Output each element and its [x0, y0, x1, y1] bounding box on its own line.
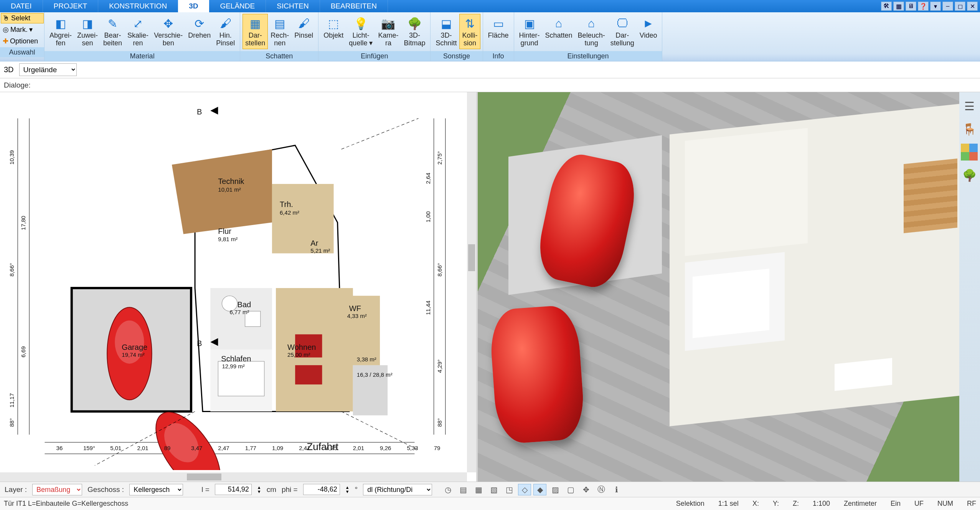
clock-icon[interactable]: ◷ [441, 484, 454, 495]
ribbon-label: 3D- Schnitt [436, 32, 457, 47]
ribbon-schatten-button[interactable]: ⌂Schatten [543, 14, 575, 41]
furniture-icon[interactable]: 🪑 [961, 121, 978, 137]
menu-konstruktion[interactable]: KONSTRUKTION [98, 0, 178, 12]
3d-icon: 🌳 [407, 16, 422, 31]
l-unit: cm [267, 485, 276, 494]
cube-icon[interactable]: ◳ [503, 484, 516, 495]
svg-text:19,74 m²: 19,74 m² [122, 351, 144, 358]
phi-input[interactable] [303, 484, 340, 495]
target-icon: ◎ [3, 25, 9, 34]
plan-vscroll[interactable] [467, 92, 476, 472]
ribbon-label: Fläche [488, 32, 509, 40]
3d-icon: ⬓ [439, 16, 454, 31]
svg-text:B: B [197, 108, 202, 116]
pan-icon[interactable]: ✥ [579, 484, 592, 495]
ribbon-label: Skalie- ren [127, 32, 148, 47]
ribbon-video-button[interactable]: ►Video [637, 14, 660, 41]
info-icon[interactable]: ℹ [610, 484, 623, 495]
minimize-icon[interactable]: – [942, 2, 953, 11]
status-selektion: Selektion [676, 500, 704, 508]
svg-text:1,09: 1,09 [272, 445, 283, 451]
layer-combobox[interactable]: Bemaßung [32, 484, 82, 495]
maximize-icon[interactable]: ◻ [955, 2, 965, 11]
svg-text:79: 79 [434, 445, 441, 451]
ribbon-kamera-button[interactable]: 📷Kame- ra [375, 14, 401, 49]
grid-icon[interactable]: ▦ [472, 484, 485, 495]
svg-marker-24 [210, 107, 218, 114]
ribbon-drehen-button[interactable]: ⟳Drehen [185, 14, 213, 41]
svg-text:9,81 m²: 9,81 m² [218, 236, 238, 242]
layers-toggle-icon[interactable]: ▤ [457, 484, 470, 495]
context-bar: 3D Urgelände [0, 61, 980, 78]
view-3d-pane[interactable]: ☰ 🪑 🌳 [478, 92, 980, 482]
ortho-icon[interactable]: ◇ [518, 484, 531, 495]
ribbon-label: Schatten [545, 32, 572, 40]
ribbon-lichtquelle-button[interactable]: 💡Licht- quelle ▾ [346, 14, 375, 49]
ribbon-pinsel-button[interactable]: 🖌Pinsel [292, 14, 316, 41]
svg-text:6,42 m²: 6,42 m² [280, 209, 299, 216]
menu-datei[interactable]: DATEI [0, 0, 43, 12]
north-icon[interactable]: Ⓝ [595, 484, 608, 495]
ribbon-darstellung-button[interactable]: 🖵Dar- stellung [608, 14, 637, 49]
ribbon-darstellen-button[interactable]: ▦Dar- stellen [243, 14, 268, 49]
ribbon-hinpinsel-button[interactable]: 🖌Hin. Pinsel [213, 14, 238, 49]
plan-hscroll[interactable] [0, 472, 467, 482]
svg-text:11,17: 11,17 [8, 393, 15, 408]
persp-icon[interactable]: ◆ [533, 484, 546, 495]
zuwei-icon: ◨ [80, 16, 95, 31]
ribbon-flche-button[interactable]: ▭Fläche [485, 14, 511, 41]
ribbon-verschieben-button[interactable]: ✥Verschie- ben [151, 14, 185, 49]
dl-combobox[interactable]: dl (Richtung/Di [363, 484, 432, 495]
mark-mode[interactable]: ◎Mark.▾ [1, 24, 44, 35]
l-input[interactable] [215, 484, 252, 495]
ribbon-objekt-button[interactable]: ⬚Objekt [321, 14, 346, 41]
menu-gelaende[interactable]: GELÄNDE [209, 0, 266, 12]
options-mode[interactable]: ✚Optionen [1, 36, 44, 46]
geschoss-combobox[interactable]: Kellergesch [129, 484, 183, 495]
ribbon-beleuchtung-button[interactable]: ⌂Beleuch- tung [575, 14, 608, 49]
svg-text:5,01: 5,01 [110, 445, 121, 451]
svg-text:2,47: 2,47 [218, 445, 229, 451]
svg-text:88°: 88° [8, 418, 15, 427]
wire-icon[interactable]: ▢ [564, 484, 577, 495]
hinter-icon: ▣ [522, 16, 537, 31]
ribbon-zuweisen-button[interactable]: ◨Zuwei- sen [74, 14, 101, 49]
layer-select[interactable]: Urgelände [19, 63, 77, 76]
group-einstellungen: Einstellungen [514, 51, 662, 61]
snap-icon[interactable]: ▧ [487, 484, 500, 495]
swatch-icon[interactable] [961, 144, 978, 161]
svg-text:WF: WF [349, 304, 361, 313]
tree-icon[interactable]: 🌳 [961, 167, 978, 184]
svg-text:8,66°: 8,66° [436, 263, 443, 277]
layers-icon[interactable]: ☰ [961, 98, 978, 114]
ribbon-dschnitt-button[interactable]: ⬓3D- Schnitt [433, 14, 459, 49]
screen-icon[interactable]: 🖥 [906, 2, 916, 11]
svg-text:36: 36 [56, 445, 63, 451]
ribbon-bearbeiten-button[interactable]: ✎Bear- beiten [101, 14, 125, 49]
dropdown-icon[interactable]: ▾ [930, 2, 941, 11]
status-x: X: [752, 500, 759, 508]
help-icon[interactable]: ❓ [918, 2, 929, 11]
select-mode[interactable]: 🖱Selekt [1, 13, 44, 23]
tool-icon[interactable]: 🛠 [881, 2, 892, 11]
group-info: Info [483, 51, 514, 61]
svg-text:Ar: Ar [310, 239, 318, 247]
ribbon-rechnen-button[interactable]: ▤Rech- nen [268, 14, 292, 49]
shade-icon[interactable]: ▨ [549, 484, 562, 495]
skalie-icon: ⤢ [130, 16, 146, 31]
phi-label: phi = [282, 485, 298, 494]
box-icon[interactable]: ▦ [893, 2, 904, 11]
menu-3d[interactable]: 3D [178, 0, 209, 12]
menu-sichten[interactable]: SICHTEN [266, 0, 320, 12]
ribbon-skalieren-button[interactable]: ⤢Skalie- ren [125, 14, 151, 49]
geschoss-label: Geschoss : [87, 485, 124, 494]
ribbon-dbitmap-button[interactable]: 🌳3D- Bitmap [401, 14, 428, 49]
plan-2d-pane[interactable]: Technik 10,01 m² Trh. 6,42 m² Flur 9,81 … [0, 92, 478, 482]
ribbon-hintergrund-button[interactable]: ▣Hinter- grund [516, 14, 543, 49]
menu-projekt[interactable]: PROJEKT [43, 0, 99, 12]
menu-bearbeiten[interactable]: BEARBEITEN [320, 0, 388, 12]
ribbon-abgreifen-button[interactable]: ◧Abgrei- fen [47, 14, 74, 49]
ribbon-kollision-button[interactable]: ⇅Kolli- sion [459, 14, 480, 49]
objekt-icon: ⬚ [326, 16, 341, 31]
close-icon[interactable]: ✕ [967, 2, 978, 11]
